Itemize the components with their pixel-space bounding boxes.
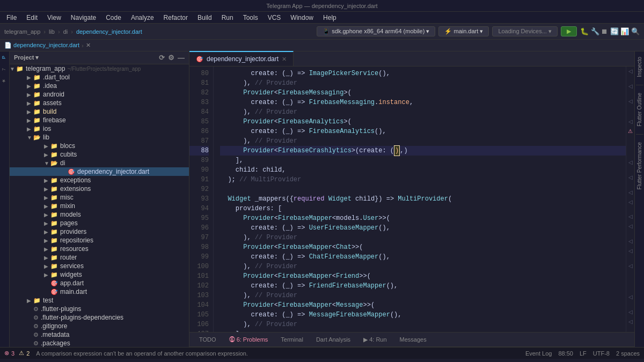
sidebar: Project ▾ ⟳ ⚙ — ▼ 📁 telegram_app ~/Flutt… [10,51,189,347]
tree-root[interactable]: ▼ 📁 telegram_app ~/FlutterProjects/teleg… [10,64,189,73]
menu-build[interactable]: Build [193,13,216,23]
tree-pages[interactable]: ▶ 📁 pages [10,219,189,227]
code-line-104: Provider<FirebaseMapper<Message>>( [220,300,626,310]
tab-todo[interactable]: TODO [194,335,222,344]
tree-blocs[interactable]: ▶ 📁 blocs [10,142,189,150]
inspector-label[interactable]: Inspecto [635,54,643,80]
tab-messages[interactable]: Messages [394,335,432,344]
flutter-performance-label[interactable]: Flutter Performance [635,139,643,193]
tree-mixin[interactable]: ▶ 📁 mixin [10,202,189,210]
tree-resources[interactable]: ▶ 📁 resources [10,245,189,253]
menu-file[interactable]: File [2,13,21,23]
device-selector[interactable]: 📱 sdk.gphone x86_64 arm64 (mobile) ▾ [317,26,435,36]
tab-dependency-injector[interactable]: 🎯 dependency_injector.dart ✕ [189,51,294,66]
menu-code[interactable]: Code [101,13,126,23]
menu-run[interactable]: Run [217,13,238,23]
tree-exceptions[interactable]: ▶ 📁 exceptions [10,176,189,184]
tree-repositories[interactable]: ▶ 📁 repositories [10,236,189,245]
menu-tools[interactable]: Tools [239,13,262,23]
encoding[interactable]: UTF-8 [593,350,610,357]
tree-firebase[interactable]: ▶ 📁 firebase [10,116,189,124]
code-line-82: Provider<FirebaseMessaging>( [220,88,626,98]
tree-providers[interactable]: ▶ 📁 providers [10,227,189,236]
message-text: A comparison expression can't be an oper… [36,350,248,357]
tree-test[interactable]: ▶ 📁 test [10,296,189,305]
error-number: 3 [11,350,14,357]
tree-main-dart[interactable]: ▶ 🎯 main.dart [10,287,189,296]
tab-dart-analysis[interactable]: Dart Analysis [311,335,356,344]
tree-gitignore[interactable]: ▶ ⚙ .gitignore [10,322,189,330]
status-message: A comparison expression can't be an oper… [36,350,248,357]
menu-help[interactable]: Help [319,13,341,23]
tree-dart-tool[interactable]: ▶ 📁 .dart_tool [10,73,189,82]
tree-router[interactable]: ▶ 📁 router [10,253,189,262]
code-line-97: ), // Provider [220,233,626,242]
sync-icon[interactable]: ⟳ [159,54,165,62]
code-line-81: ), // Provider [220,78,626,88]
code-line-92 [220,184,626,194]
tree-di[interactable]: ▼ 📂 di [10,159,189,167]
code-content[interactable]: create: (_) => ImagePickerService(), ), … [214,67,626,332]
run-button[interactable]: ▶ [561,26,577,36]
indent[interactable]: 2 spaces [616,350,640,357]
tree-misc[interactable]: ▶ 📁 misc [10,193,189,202]
menu-refactor[interactable]: Refactor [159,13,192,23]
tree-app-dart[interactable]: ▶ 🎯 app.dart [10,279,189,287]
breadcrumb-file[interactable]: dependency_injector.dart [76,28,142,35]
bottom-panel-tabs: TODO ⓺ 6: Problems Terminal Dart Analysi… [189,332,634,347]
favorites-icon[interactable]: ★ [1,77,9,85]
tree-cubits[interactable]: ▶ 📁 cubits [10,150,189,159]
tree-packages[interactable]: ▶ ⚙ .packages [10,339,189,347]
tree-assets[interactable]: ▶ 📁 assets [10,99,189,107]
breadcrumb-bar: 📄 dependency_injector.dart › ✕ [0,40,644,51]
code-line-102: create: (_) => FriendFirebaseMapper(), [220,281,626,291]
menu-edit[interactable]: Edit [22,13,42,23]
tab-close-button[interactable]: ✕ [282,56,287,63]
editor-area: 🎯 dependency_injector.dart ✕ 80 81 82 83… [189,51,634,347]
breadcrumb-lib[interactable]: lib [49,28,55,35]
status-bar: ⊗ 3 ⚠ 2 A comparison expression can't be… [0,347,644,359]
settings-icon[interactable]: ⚙ [168,54,174,62]
code-line-84: ), // Provider [220,107,626,117]
code-line-90: child: child, [220,165,626,175]
project-icon[interactable]: P [1,54,9,61]
flutter-outline-label[interactable]: Flutter Outline [635,90,643,130]
menu-navigate[interactable]: Navigate [67,13,100,23]
menu-window[interactable]: Window [286,13,318,23]
menu-view[interactable]: View [43,13,65,23]
code-line-83: create: (_) => FirebaseMessaging.instanc… [220,98,626,107]
menu-analyze[interactable]: Analyze [127,13,158,23]
code-line-103: ), // Provider [220,291,626,300]
tree-services[interactable]: ▶ 📁 services [10,262,189,270]
tab-problems[interactable]: ⓺ 6: Problems [224,335,274,344]
tree-metadata[interactable]: ▶ ⚙ .metadata [10,330,189,339]
toolbar: telegram_app › lib › di › dependency_inj… [0,24,644,40]
structure-icon[interactable]: 7 [1,65,9,73]
breadcrumb-bar-close[interactable]: ✕ [86,42,91,49]
menu-vcs[interactable]: VCS [264,13,286,23]
tree-flutter-plugins-dep[interactable]: ▶ ⚙ .flutter-plugins-dependencies [10,313,189,322]
code-line-93: Widget _mappers({required Widget child})… [220,194,626,204]
tree-android[interactable]: ▶ 📁 android [10,90,189,99]
tree-flutter-plugins[interactable]: ▶ ⚙ .flutter-plugins [10,305,189,313]
tree-widgets[interactable]: ▶ 📁 widgets [10,270,189,279]
tree-ios[interactable]: ▶ 📁 ios [10,124,189,133]
code-editor[interactable]: 80 81 82 83 84 85 86 87 88 89 90 91 92 9… [189,67,634,332]
collapse-icon[interactable]: — [178,54,185,62]
tree-build[interactable]: ▶ 📁 build [10,107,189,116]
tab-terminal[interactable]: Terminal [275,335,309,344]
error-count[interactable]: ⊗ 3 ⚠ 2 [4,350,30,357]
breadcrumb-project[interactable]: telegram_app [4,28,40,35]
event-log[interactable]: Event Log [525,350,552,357]
tree-dependency-injector[interactable]: ▶ 🎯 dependency_injector.dart [10,167,189,176]
run-config-selector[interactable]: ⚡ main.dart ▾ [438,26,489,36]
tree-models[interactable]: ▶ 📁 models [10,210,189,219]
line-ending[interactable]: LF [580,350,587,357]
menu-bar: File Edit View Navigate Code Analyze Ref… [0,12,644,24]
tree-lib[interactable]: ▼ 📂 lib [10,133,189,142]
tree-idea[interactable]: ▶ 📁 .idea [10,82,189,90]
tree-extensions[interactable]: ▶ 📁 extensions [10,184,189,193]
breadcrumb-bar-file[interactable]: 📄 dependency_injector.dart [4,42,79,49]
tab-run[interactable]: ▶ 4: Run [358,335,392,344]
breadcrumb-di[interactable]: di [63,28,68,35]
